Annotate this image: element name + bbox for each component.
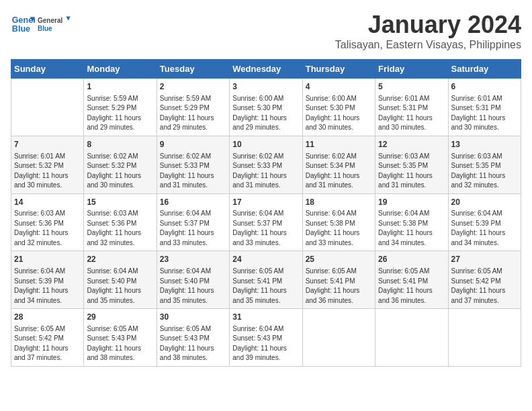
day-info: Sunrise: 6:05 AM Sunset: 5:41 PM Dayligh… [378, 267, 445, 306]
day-number: 29 [87, 312, 153, 323]
calendar-cell: 11Sunrise: 6:02 AM Sunset: 5:34 PM Dayli… [302, 136, 375, 193]
day-info: Sunrise: 6:01 AM Sunset: 5:32 PM Dayligh… [14, 152, 81, 191]
day-info: Sunrise: 6:00 AM Sunset: 5:30 PM Dayligh… [232, 94, 299, 133]
calendar-cell: 3Sunrise: 6:00 AM Sunset: 5:30 PM Daylig… [230, 79, 302, 136]
page-title: January 2024 [335, 11, 521, 39]
calendar-cell: 2Sunrise: 5:59 AM Sunset: 5:29 PM Daylig… [157, 79, 229, 136]
day-number: 31 [232, 312, 299, 323]
day-number: 1 [87, 81, 153, 93]
svg-marker-5 [66, 16, 71, 20]
day-info: Sunrise: 5:59 AM Sunset: 5:29 PM Dayligh… [160, 94, 226, 133]
calendar-cell: 21Sunrise: 6:04 AM Sunset: 5:39 PM Dayli… [11, 251, 84, 309]
day-number: 6 [451, 81, 518, 93]
day-number: 18 [306, 197, 372, 208]
calendar-cell: 15Sunrise: 6:03 AM Sunset: 5:36 PM Dayli… [84, 193, 157, 251]
calendar-cell: 23Sunrise: 6:04 AM Sunset: 5:40 PM Dayli… [157, 251, 229, 309]
day-info: Sunrise: 6:03 AM Sunset: 5:35 PM Dayligh… [451, 152, 518, 191]
day-number: 13 [451, 139, 518, 150]
week-row-4: 21Sunrise: 6:04 AM Sunset: 5:39 PM Dayli… [11, 251, 521, 309]
calendar-cell: 6Sunrise: 6:01 AM Sunset: 5:31 PM Daylig… [448, 79, 521, 136]
day-number: 17 [232, 197, 299, 208]
day-number: 10 [232, 139, 299, 150]
week-row-5: 28Sunrise: 6:05 AM Sunset: 5:42 PM Dayli… [11, 309, 521, 367]
calendar-cell: 4Sunrise: 6:00 AM Sunset: 5:30 PM Daylig… [302, 79, 375, 136]
week-row-1: 1Sunrise: 5:59 AM Sunset: 5:29 PM Daylig… [11, 79, 521, 136]
calendar-cell: 5Sunrise: 6:01 AM Sunset: 5:31 PM Daylig… [375, 79, 448, 136]
day-info: Sunrise: 6:05 AM Sunset: 5:43 PM Dayligh… [87, 324, 153, 363]
svg-text:Blue: Blue [12, 24, 30, 34]
title-section: January 2024 Talisayan, Eastern Visayas,… [335, 11, 521, 51]
calendar-cell: 19Sunrise: 6:04 AM Sunset: 5:38 PM Dayli… [375, 193, 448, 251]
day-info: Sunrise: 6:02 AM Sunset: 5:32 PM Dayligh… [87, 152, 153, 191]
svg-text:Blue: Blue [38, 25, 52, 32]
day-number: 23 [160, 254, 226, 265]
day-number: 24 [232, 254, 299, 265]
day-number: 16 [160, 197, 226, 208]
day-number: 12 [378, 139, 445, 150]
calendar-table: SundayMondayTuesdayWednesdayThursdayFrid… [11, 59, 521, 367]
day-info: Sunrise: 6:04 AM Sunset: 5:39 PM Dayligh… [451, 209, 518, 248]
day-number: 27 [451, 254, 518, 265]
calendar-cell: 31Sunrise: 6:04 AM Sunset: 5:43 PM Dayli… [230, 309, 302, 367]
day-info: Sunrise: 6:03 AM Sunset: 5:35 PM Dayligh… [378, 152, 445, 191]
calendar-cell: 28Sunrise: 6:05 AM Sunset: 5:42 PM Dayli… [11, 309, 84, 367]
day-number: 28 [14, 312, 81, 323]
day-info: Sunrise: 6:01 AM Sunset: 5:31 PM Dayligh… [378, 94, 445, 133]
logo-icon: General Blue [11, 12, 35, 36]
logo-svg: General Blue [38, 11, 71, 38]
header-sunday: Sunday [11, 60, 84, 79]
calendar-cell [302, 309, 375, 367]
calendar-cell: 16Sunrise: 6:04 AM Sunset: 5:37 PM Dayli… [157, 193, 229, 251]
header-monday: Monday [84, 60, 157, 79]
day-number: 30 [160, 312, 226, 323]
calendar-header-row: SundayMondayTuesdayWednesdayThursdayFrid… [11, 60, 521, 79]
day-number: 14 [14, 197, 81, 208]
day-info: Sunrise: 6:02 AM Sunset: 5:34 PM Dayligh… [306, 152, 372, 191]
day-number: 11 [306, 139, 372, 150]
header: General Blue General Blue January 2024 T… [11, 11, 521, 51]
day-info: Sunrise: 6:04 AM Sunset: 5:40 PM Dayligh… [160, 267, 226, 306]
day-number: 8 [87, 139, 153, 150]
calendar-cell: 27Sunrise: 6:05 AM Sunset: 5:42 PM Dayli… [448, 251, 521, 309]
day-info: Sunrise: 6:04 AM Sunset: 5:39 PM Dayligh… [14, 267, 81, 306]
calendar-cell: 10Sunrise: 6:02 AM Sunset: 5:33 PM Dayli… [230, 136, 302, 193]
day-number: 9 [160, 139, 226, 150]
day-number: 15 [87, 197, 153, 208]
day-info: Sunrise: 6:05 AM Sunset: 5:41 PM Dayligh… [232, 267, 299, 306]
day-info: Sunrise: 6:03 AM Sunset: 5:36 PM Dayligh… [87, 209, 153, 248]
day-number: 26 [378, 254, 445, 265]
header-thursday: Thursday [302, 60, 375, 79]
day-info: Sunrise: 6:02 AM Sunset: 5:33 PM Dayligh… [232, 152, 299, 191]
week-row-2: 7Sunrise: 6:01 AM Sunset: 5:32 PM Daylig… [11, 136, 521, 193]
day-info: Sunrise: 6:05 AM Sunset: 5:42 PM Dayligh… [451, 267, 518, 306]
day-info: Sunrise: 6:04 AM Sunset: 5:38 PM Dayligh… [378, 209, 445, 248]
calendar-cell: 7Sunrise: 6:01 AM Sunset: 5:32 PM Daylig… [11, 136, 84, 193]
day-info: Sunrise: 6:04 AM Sunset: 5:37 PM Dayligh… [232, 209, 299, 248]
day-info: Sunrise: 6:04 AM Sunset: 5:38 PM Dayligh… [306, 209, 372, 248]
calendar-cell: 24Sunrise: 6:05 AM Sunset: 5:41 PM Dayli… [230, 251, 302, 309]
day-number: 19 [378, 197, 445, 208]
calendar-cell: 26Sunrise: 6:05 AM Sunset: 5:41 PM Dayli… [375, 251, 448, 309]
day-info: Sunrise: 6:03 AM Sunset: 5:36 PM Dayligh… [14, 209, 81, 248]
calendar-cell: 12Sunrise: 6:03 AM Sunset: 5:35 PM Dayli… [375, 136, 448, 193]
calendar-cell: 9Sunrise: 6:02 AM Sunset: 5:33 PM Daylig… [157, 136, 229, 193]
day-number: 4 [306, 81, 372, 93]
day-info: Sunrise: 6:01 AM Sunset: 5:31 PM Dayligh… [451, 94, 518, 133]
calendar-cell: 14Sunrise: 6:03 AM Sunset: 5:36 PM Dayli… [11, 193, 84, 251]
calendar-cell: 17Sunrise: 6:04 AM Sunset: 5:37 PM Dayli… [230, 193, 302, 251]
page-subtitle: Talisayan, Eastern Visayas, Philippines [335, 39, 521, 51]
day-info: Sunrise: 6:04 AM Sunset: 5:40 PM Dayligh… [87, 267, 153, 306]
day-number: 25 [306, 254, 372, 265]
day-info: Sunrise: 5:59 AM Sunset: 5:29 PM Dayligh… [87, 94, 153, 133]
svg-text:General: General [38, 17, 62, 24]
calendar-cell [375, 309, 448, 367]
day-info: Sunrise: 6:04 AM Sunset: 5:43 PM Dayligh… [232, 324, 299, 363]
day-number: 3 [232, 81, 299, 93]
day-number: 5 [378, 81, 445, 93]
logo: General Blue General Blue [11, 11, 71, 38]
calendar-cell: 22Sunrise: 6:04 AM Sunset: 5:40 PM Dayli… [84, 251, 157, 309]
day-number: 2 [160, 81, 226, 93]
header-friday: Friday [375, 60, 448, 79]
calendar-cell: 25Sunrise: 6:05 AM Sunset: 5:41 PM Dayli… [302, 251, 375, 309]
day-info: Sunrise: 6:02 AM Sunset: 5:33 PM Dayligh… [160, 152, 226, 191]
